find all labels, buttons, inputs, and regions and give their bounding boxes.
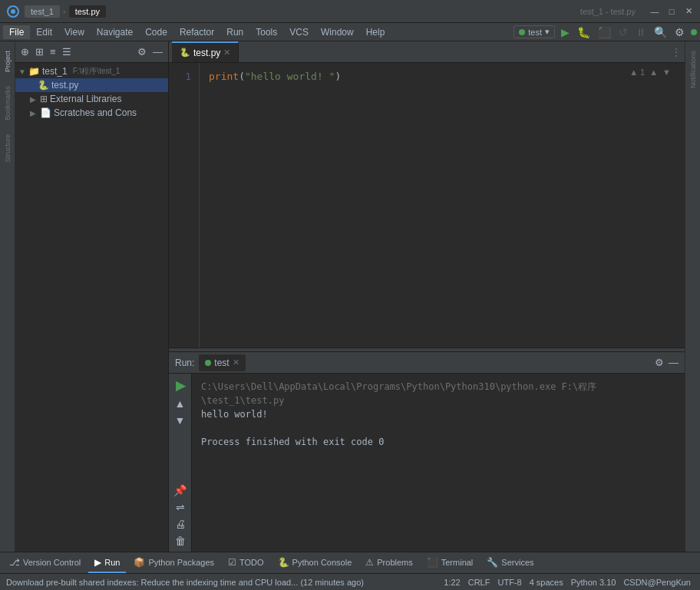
structure-panel-label[interactable]: Structure: [2, 128, 13, 169]
sidebar-list-icon[interactable]: ≡: [48, 44, 58, 59]
status-bar: Download pre-built shared indexes: Reduc…: [0, 573, 700, 590]
menu-vcs[interactable]: VCS: [283, 25, 315, 39]
window-title: test_1 - test.py: [580, 7, 636, 16]
line-number-1: 1: [175, 69, 191, 84]
status-message: Download pre-built shared indexes: Reduc…: [6, 578, 364, 587]
tab-version-control[interactable]: ⎇ Version Control: [3, 552, 87, 573]
run-scroll-up-icon[interactable]: ▲: [175, 397, 186, 410]
run-config-dropdown[interactable]: test ▾: [513, 25, 555, 38]
tab-terminal[interactable]: ⬛ Terminal: [421, 552, 480, 573]
project-title-tab[interactable]: test_1: [25, 5, 60, 18]
todo-icon: ☑: [228, 557, 236, 568]
bottom-tabs-bar: ⎇ Version Control ▶ Run 📦 Python Package…: [0, 552, 700, 573]
run-scroll-down-icon[interactable]: ▼: [175, 414, 186, 427]
run-button[interactable]: ▶: [560, 25, 571, 40]
tree-label-testpy: test.py: [51, 80, 78, 91]
editor-tabs-actions: ⋮: [671, 46, 682, 58]
tab-problems[interactable]: ⚠ Problems: [359, 552, 418, 573]
extlibs-arrow: ▶: [30, 95, 38, 104]
tab-python-console[interactable]: 🐍 Python Console: [272, 552, 358, 573]
file-title-tab[interactable]: test.py: [69, 5, 106, 18]
menu-navigate[interactable]: Navigate: [91, 25, 139, 39]
run-panel: Run: test ✕ ⚙ — ▶ ▲ ▼: [169, 352, 685, 552]
status-left: Download pre-built shared indexes: Reduc…: [6, 578, 434, 587]
run-panel-minimize-icon[interactable]: —: [669, 357, 679, 368]
down-arrow-nav[interactable]: ▼: [662, 68, 671, 77]
editor-tab-testpy[interactable]: 🐍 test.py ✕: [172, 41, 239, 62]
bookmarks-panel-label[interactable]: Bookmarks: [2, 80, 13, 127]
menu-file[interactable]: File: [3, 25, 30, 39]
menu-code[interactable]: Code: [139, 25, 173, 39]
code-area[interactable]: print("hello world! "): [200, 63, 685, 348]
tree-label-extlibs: External Libraries: [50, 94, 121, 104]
tree-item-extlibs[interactable]: ▶ ⊞ External Libraries: [15, 92, 168, 106]
tab-run[interactable]: ▶ Run: [88, 552, 126, 573]
run-label: Run:: [175, 358, 194, 368]
menu-edit[interactable]: Edit: [30, 25, 58, 39]
tab-run-label: Run: [104, 558, 120, 567]
tab-services[interactable]: 🔧 Services: [480, 552, 540, 573]
status-line-col[interactable]: 1:22: [441, 578, 463, 587]
lib-icon: ⊞: [40, 94, 48, 104]
run-play-icon[interactable]: ▶: [176, 378, 185, 393]
code-editor[interactable]: 1 print("hello world! ") ▲ 1 ▲ ▼: [169, 63, 685, 348]
notifications-label[interactable]: Notifications: [688, 44, 698, 94]
tree-item-scratches[interactable]: ▶ 📄 Scratches and Cons: [15, 106, 168, 120]
tab-label: test.py: [193, 48, 220, 58]
run-panel-body: ▶ ▲ ▼ 📌 ⇌ 🖨 🗑 C:\Users\Dell\AppData\Loca…: [169, 374, 685, 552]
run-clear-icon[interactable]: 🗑: [175, 535, 186, 547]
menu-refactor[interactable]: Refactor: [173, 25, 220, 39]
rerun-button[interactable]: ↺: [617, 25, 629, 40]
code-line-1: print("hello world! "): [209, 69, 675, 84]
tab-terminal-label: Terminal: [441, 558, 474, 567]
editor-run-split: 1 print("hello world! ") ▲ 1 ▲ ▼: [169, 63, 685, 552]
tab-python-packages[interactable]: 📦 Python Packages: [127, 552, 220, 573]
sidebar-settings-icon[interactable]: ⚙: [135, 44, 149, 59]
sidebar-grid-icon[interactable]: ⊞: [33, 44, 46, 59]
status-python[interactable]: Python 3.10: [568, 578, 619, 587]
search-everywhere-button[interactable]: 🔍: [652, 25, 669, 40]
run-panel-actions: ⚙ —: [655, 357, 679, 368]
tab-close-button[interactable]: ✕: [223, 48, 230, 58]
run-wrap-icon[interactable]: ⇌: [176, 501, 185, 513]
tab-python-console-label: Python Console: [292, 558, 352, 567]
run-tab-close-button[interactable]: ✕: [233, 358, 239, 368]
paren-open: (: [239, 71, 245, 82]
sidebar-add-icon[interactable]: ⊕: [18, 44, 31, 59]
sidebar-toolbar: ⊕ ⊞ ≡ ☰ ⚙ —: [15, 41, 168, 63]
title-bar-tabs: test_1 › test.py: [25, 5, 580, 18]
root-folder-icon: 📁: [28, 66, 40, 77]
status-charset[interactable]: UTF-8: [494, 578, 524, 587]
python-packages-icon: 📦: [134, 557, 145, 568]
menu-run[interactable]: Run: [220, 25, 249, 39]
ide-status-indicator: [691, 29, 697, 35]
sidebar-collapse-icon[interactable]: —: [150, 44, 165, 59]
menu-help[interactable]: Help: [360, 25, 391, 39]
stop-button[interactable]: ⬛: [596, 25, 612, 40]
status-encoding[interactable]: CRLF: [465, 578, 494, 587]
run-panel-settings-icon[interactable]: ⚙: [655, 357, 664, 368]
sidebar-menu-icon[interactable]: ☰: [60, 44, 74, 59]
services-icon: 🔧: [487, 557, 498, 568]
project-panel-label[interactable]: Project: [2, 44, 13, 78]
run-print-icon[interactable]: 🖨: [175, 518, 186, 530]
up-arrow-nav[interactable]: ▲: [649, 68, 658, 77]
tree-root[interactable]: ▼ 📁 test_1 F:\程序\test_1: [15, 64, 168, 78]
tab-todo[interactable]: ☑ TODO: [222, 552, 270, 573]
debug-button[interactable]: 🐛: [576, 25, 592, 40]
close-button[interactable]: ✕: [683, 6, 694, 17]
settings-button[interactable]: ⚙: [673, 25, 686, 40]
run-pin-icon[interactable]: 📌: [173, 484, 187, 496]
minimize-button[interactable]: —: [649, 6, 660, 17]
menu-tools[interactable]: Tools: [249, 25, 283, 39]
run-tab[interactable]: test ✕: [199, 354, 245, 371]
run-config-arrow: ▾: [545, 27, 550, 37]
tree-item-testpy[interactable]: 🐍 test.py: [15, 78, 168, 92]
run-panel-header: Run: test ✕ ⚙ —: [169, 352, 685, 374]
tabs-overflow-icon[interactable]: ⋮: [671, 46, 682, 58]
status-indent[interactable]: 4 spaces: [527, 578, 566, 587]
pause-button[interactable]: ⏸: [634, 25, 648, 40]
menu-view[interactable]: View: [58, 25, 91, 39]
menu-window[interactable]: Window: [315, 25, 360, 39]
maximize-button[interactable]: □: [666, 6, 677, 17]
